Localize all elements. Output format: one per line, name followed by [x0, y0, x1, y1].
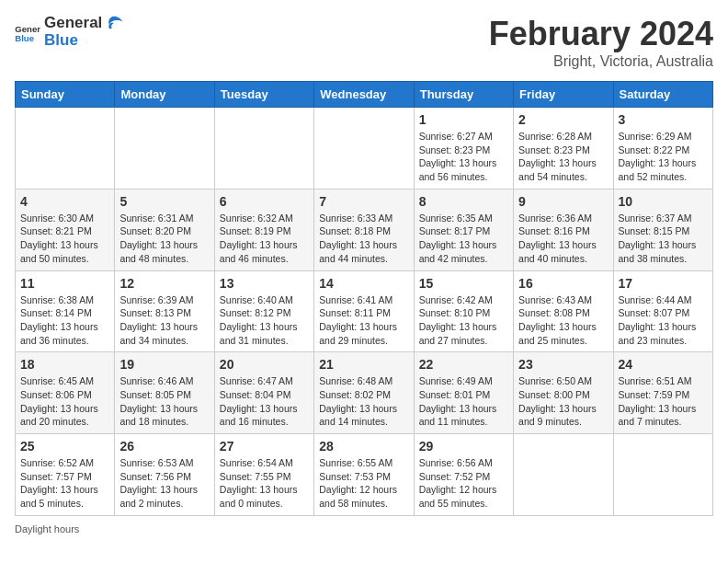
day-info: Sunrise: 6:50 AM Sunset: 8:00 PM Dayligh… — [518, 374, 608, 429]
page-title: February 2024 — [489, 15, 713, 53]
calendar-cell — [613, 434, 712, 516]
location-subtitle: Bright, Victoria, Australia — [489, 53, 713, 70]
calendar-cell: 14Sunrise: 6:41 AM Sunset: 8:11 PM Dayli… — [314, 270, 414, 352]
calendar-cell: 3Sunrise: 6:29 AM Sunset: 8:22 PM Daylig… — [613, 108, 712, 190]
day-info: Sunrise: 6:37 AM Sunset: 8:15 PM Dayligh… — [619, 212, 708, 266]
calendar-cell: 10Sunrise: 6:37 AM Sunset: 8:15 PM Dayli… — [613, 189, 712, 270]
day-info: Sunrise: 6:35 AM Sunset: 8:17 PM Dayligh… — [419, 212, 508, 266]
day-info: Sunrise: 6:54 AM Sunset: 7:55 PM Dayligh… — [220, 456, 309, 511]
day-of-week-header: Tuesday — [214, 82, 313, 108]
calendar-cell: 29Sunrise: 6:56 AM Sunset: 7:52 PM Dayli… — [414, 434, 513, 516]
calendar-cell: 21Sunrise: 6:48 AM Sunset: 8:02 PM Dayli… — [314, 352, 414, 434]
calendar-cell: 23Sunrise: 6:50 AM Sunset: 8:00 PM Dayli… — [514, 352, 613, 434]
day-number: 6 — [220, 194, 309, 209]
day-info: Sunrise: 6:32 AM Sunset: 8:19 PM Dayligh… — [220, 212, 309, 266]
calendar-cell: 15Sunrise: 6:42 AM Sunset: 8:10 PM Dayli… — [414, 270, 513, 352]
day-info: Sunrise: 6:56 AM Sunset: 7:52 PM Dayligh… — [419, 456, 508, 511]
day-of-week-header: Monday — [115, 82, 214, 108]
day-number: 19 — [119, 357, 209, 372]
logo-bird-icon — [104, 15, 124, 31]
calendar-cell: 12Sunrise: 6:39 AM Sunset: 8:13 PM Dayli… — [115, 270, 214, 352]
day-of-week-header: Wednesday — [314, 82, 414, 108]
day-number: 3 — [619, 112, 708, 127]
calendar-cell: 22Sunrise: 6:49 AM Sunset: 8:01 PM Dayli… — [414, 352, 513, 434]
day-info: Sunrise: 6:48 AM Sunset: 8:02 PM Dayligh… — [319, 374, 408, 429]
calendar-week-row: 25Sunrise: 6:52 AM Sunset: 7:57 PM Dayli… — [16, 434, 713, 516]
day-number: 14 — [319, 276, 408, 291]
day-info: Sunrise: 6:49 AM Sunset: 8:01 PM Dayligh… — [419, 374, 508, 429]
day-info: Sunrise: 6:53 AM Sunset: 7:56 PM Dayligh… — [119, 456, 209, 511]
logo-text-blue: Blue — [44, 32, 124, 50]
day-number: 21 — [319, 357, 408, 372]
day-info: Sunrise: 6:47 AM Sunset: 8:04 PM Dayligh… — [220, 374, 309, 429]
day-number: 16 — [518, 276, 608, 291]
day-of-week-header: Sunday — [16, 82, 115, 108]
calendar-cell: 8Sunrise: 6:35 AM Sunset: 8:17 PM Daylig… — [414, 189, 513, 270]
day-number: 10 — [619, 194, 708, 209]
title-block: February 2024 Bright, Victoria, Australi… — [489, 15, 713, 70]
day-info: Sunrise: 6:39 AM Sunset: 8:13 PM Dayligh… — [119, 293, 209, 348]
day-info: Sunrise: 6:42 AM Sunset: 8:10 PM Dayligh… — [419, 293, 508, 348]
day-info: Sunrise: 6:27 AM Sunset: 8:23 PM Dayligh… — [419, 130, 508, 184]
calendar-cell: 2Sunrise: 6:28 AM Sunset: 8:23 PM Daylig… — [514, 108, 613, 190]
day-number: 17 — [619, 276, 708, 291]
calendar-cell: 18Sunrise: 6:45 AM Sunset: 8:06 PM Dayli… — [16, 352, 115, 434]
calendar-cell: 7Sunrise: 6:33 AM Sunset: 8:18 PM Daylig… — [314, 189, 414, 270]
calendar-cell: 26Sunrise: 6:53 AM Sunset: 7:56 PM Dayli… — [115, 434, 214, 516]
calendar-cell — [115, 108, 214, 190]
day-info: Sunrise: 6:45 AM Sunset: 8:06 PM Dayligh… — [20, 374, 109, 429]
calendar-cell — [514, 434, 613, 516]
day-number: 28 — [319, 439, 408, 454]
calendar-cell: 1Sunrise: 6:27 AM Sunset: 8:23 PM Daylig… — [414, 108, 513, 190]
day-info: Sunrise: 6:46 AM Sunset: 8:05 PM Dayligh… — [119, 374, 209, 429]
day-number: 26 — [119, 439, 209, 454]
logo-icon: General Blue — [15, 22, 40, 42]
day-number: 18 — [20, 357, 109, 372]
day-info: Sunrise: 6:43 AM Sunset: 8:08 PM Dayligh… — [518, 293, 608, 348]
day-info: Sunrise: 6:31 AM Sunset: 8:20 PM Dayligh… — [119, 212, 209, 266]
calendar-cell — [314, 108, 414, 190]
day-number: 29 — [419, 439, 508, 454]
day-number: 5 — [119, 194, 209, 209]
calendar-cell: 19Sunrise: 6:46 AM Sunset: 8:05 PM Dayli… — [115, 352, 214, 434]
calendar-cell: 28Sunrise: 6:55 AM Sunset: 7:53 PM Dayli… — [314, 434, 414, 516]
day-number: 22 — [419, 357, 508, 372]
day-number: 23 — [518, 357, 608, 372]
day-info: Sunrise: 6:51 AM Sunset: 7:59 PM Dayligh… — [619, 374, 708, 429]
day-number: 15 — [419, 276, 508, 291]
calendar-week-row: 11Sunrise: 6:38 AM Sunset: 8:14 PM Dayli… — [16, 270, 713, 352]
day-of-week-header: Thursday — [414, 82, 513, 108]
footer-daylight: Daylight hours — [15, 523, 713, 534]
day-number: 1 — [419, 112, 508, 127]
day-number: 4 — [20, 194, 109, 209]
day-info: Sunrise: 6:40 AM Sunset: 8:12 PM Dayligh… — [220, 293, 309, 348]
calendar-cell: 5Sunrise: 6:31 AM Sunset: 8:20 PM Daylig… — [115, 189, 214, 270]
calendar-cell: 9Sunrise: 6:36 AM Sunset: 8:16 PM Daylig… — [514, 189, 613, 270]
day-number: 25 — [20, 439, 109, 454]
day-of-week-header: Saturday — [613, 82, 712, 108]
day-info: Sunrise: 6:28 AM Sunset: 8:23 PM Dayligh… — [518, 130, 608, 184]
day-number: 9 — [518, 194, 608, 209]
calendar-cell: 27Sunrise: 6:54 AM Sunset: 7:55 PM Dayli… — [214, 434, 313, 516]
day-number: 12 — [119, 276, 209, 291]
day-info: Sunrise: 6:33 AM Sunset: 8:18 PM Dayligh… — [319, 212, 408, 266]
calendar-cell — [16, 108, 115, 190]
logo-text-general: General — [44, 15, 102, 32]
day-info: Sunrise: 6:44 AM Sunset: 8:07 PM Dayligh… — [619, 293, 708, 348]
logo: General Blue General Blue — [15, 15, 124, 49]
calendar-cell: 11Sunrise: 6:38 AM Sunset: 8:14 PM Dayli… — [16, 270, 115, 352]
svg-text:Blue: Blue — [15, 32, 34, 41]
calendar-cell: 25Sunrise: 6:52 AM Sunset: 7:57 PM Dayli… — [16, 434, 115, 516]
calendar-table: SundayMondayTuesdayWednesdayThursdayFrid… — [15, 81, 713, 516]
calendar-cell: 24Sunrise: 6:51 AM Sunset: 7:59 PM Dayli… — [613, 352, 712, 434]
page-header: General Blue General Blue February 2024 … — [15, 15, 713, 70]
calendar-cell: 17Sunrise: 6:44 AM Sunset: 8:07 PM Dayli… — [613, 270, 712, 352]
day-info: Sunrise: 6:55 AM Sunset: 7:53 PM Dayligh… — [319, 456, 408, 511]
calendar-cell: 16Sunrise: 6:43 AM Sunset: 8:08 PM Dayli… — [514, 270, 613, 352]
day-info: Sunrise: 6:29 AM Sunset: 8:22 PM Dayligh… — [619, 130, 708, 184]
calendar-cell: 6Sunrise: 6:32 AM Sunset: 8:19 PM Daylig… — [214, 189, 313, 270]
day-number: 2 — [518, 112, 608, 127]
calendar-cell: 20Sunrise: 6:47 AM Sunset: 8:04 PM Dayli… — [214, 352, 313, 434]
calendar-cell — [214, 108, 313, 190]
day-number: 7 — [319, 194, 408, 209]
